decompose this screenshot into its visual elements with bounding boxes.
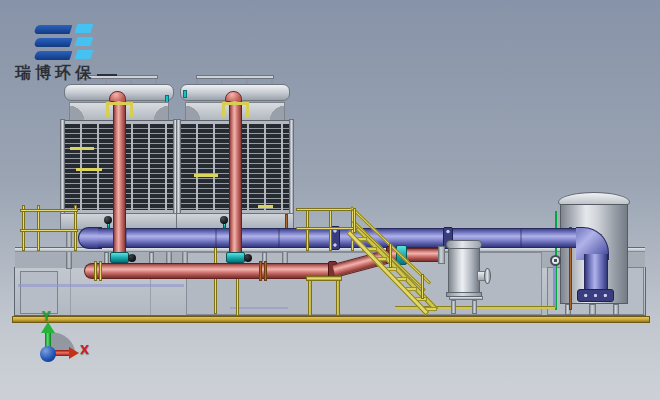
tower2-teal-accent	[183, 90, 187, 98]
tower2-column-left	[176, 119, 181, 215]
hidden-pipe-left	[18, 284, 184, 287]
stair-rail-post-3	[421, 274, 424, 299]
vessel-leg-1	[451, 300, 456, 314]
x-axis-arrowhead	[69, 347, 79, 359]
red-pipe-copper-flange-2	[264, 261, 267, 281]
riser2-yellow-bracket	[222, 102, 249, 117]
purple-pipe-seam-2	[215, 229, 217, 247]
vent-valve-ball-1	[104, 216, 112, 224]
tower2-louver-mark-2	[258, 205, 273, 208]
logo-text: 瑞博环保	[15, 63, 95, 84]
red-pipe-copper-flange-1	[259, 261, 262, 281]
riser2-valve	[226, 252, 245, 263]
walkway-rail-top	[296, 208, 356, 211]
walkway-rail-mid	[296, 227, 356, 230]
logo-bar-light-2	[75, 37, 94, 46]
tower1-column-left	[60, 119, 65, 215]
cad-viewport: Y X 瑞博环保	[0, 0, 660, 400]
logo-bar-light-1	[75, 24, 94, 33]
inline-filter-vessel	[448, 248, 480, 294]
left-rail-top	[20, 209, 78, 212]
riser1-valve-handle	[128, 254, 136, 262]
small-bore-purple-drop	[553, 266, 556, 308]
purple-pipe-seam-4	[520, 229, 522, 247]
red-riser-pipe-1	[113, 101, 126, 253]
vessel-bottom-ring	[446, 292, 482, 297]
brand-logo: 瑞博环保	[15, 25, 135, 85]
riser1-valve	[110, 252, 129, 263]
y-axis-label: Y	[42, 310, 51, 322]
red-riser-pipe-2	[229, 101, 242, 253]
tower1-louver-mark-2	[76, 168, 102, 171]
pipe-stand-leg-2	[336, 280, 340, 316]
logo-bar-light-3	[75, 50, 94, 59]
left-rail-mid	[20, 229, 78, 232]
stair-rail-post-1	[353, 208, 356, 233]
stair-rail-post-2	[389, 243, 392, 268]
instrument-symbol	[550, 255, 561, 266]
z-axis-origin-ball	[40, 346, 56, 362]
base-gold-strip	[12, 316, 650, 323]
x-axis-shaft	[54, 350, 69, 356]
y-axis-arrowhead	[41, 322, 55, 333]
logo-bar-dark-3	[34, 51, 73, 60]
logo-text-flourish	[97, 74, 117, 76]
vent-valve-ball-2	[220, 216, 228, 224]
x-axis-label: X	[80, 344, 89, 356]
red-pipe-gold-flange-1	[94, 261, 97, 281]
tank-leg-3	[613, 304, 619, 315]
vessel-leg-2	[472, 300, 477, 314]
purple-bottom-flange	[577, 289, 614, 302]
logo-bar-dark-1	[34, 25, 73, 34]
tower2-column-right	[289, 119, 294, 215]
vessel-inlet-flange	[438, 246, 445, 264]
riser1-yellow-bracket	[106, 102, 133, 117]
purple-pipe-seam-3	[278, 229, 280, 247]
vessel-nozzle-flange	[484, 268, 491, 284]
red-pipe-gold-flange-2	[99, 261, 102, 281]
logo-icon	[35, 25, 95, 61]
tank-leg-2	[589, 304, 596, 315]
logo-bar-dark-2	[34, 38, 73, 47]
tower2-louver-mark-1	[194, 174, 218, 177]
tower1-louver-mark-1	[70, 147, 94, 150]
red-return-pipe	[93, 263, 332, 279]
purple-downcomer	[584, 254, 608, 292]
riser2-valve-handle	[244, 254, 252, 262]
pipe-stand-leg-1	[308, 280, 312, 316]
axis-triad: Y X	[30, 305, 100, 365]
